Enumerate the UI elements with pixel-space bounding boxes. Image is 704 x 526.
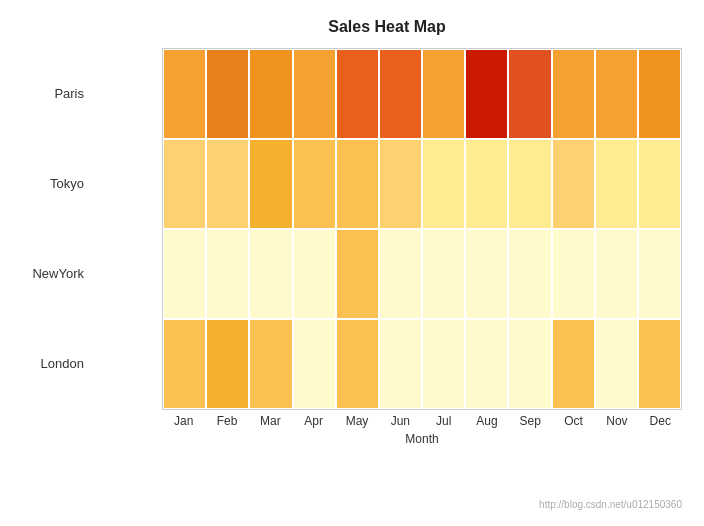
- heatmap-cell: [595, 229, 638, 319]
- heatmap-cell: [379, 229, 422, 319]
- col-label-aug: Aug: [465, 414, 508, 428]
- heatmap-cell: [336, 319, 379, 409]
- heatmap-cell: [293, 229, 336, 319]
- heatmap-cell: [422, 49, 465, 139]
- col-label-may: May: [335, 414, 378, 428]
- heatmap-cell: [206, 319, 249, 409]
- row-label-london: London: [22, 318, 92, 408]
- heatmap-cell: [163, 319, 206, 409]
- heatmap-cell: [336, 49, 379, 139]
- watermark: http://blog.csdn.net/u012150360: [539, 499, 682, 510]
- heatmap-cell: [249, 319, 292, 409]
- col-label-mar: Mar: [249, 414, 292, 428]
- heatmap-cell: [336, 229, 379, 319]
- chart-title: Sales Heat Map: [92, 18, 682, 36]
- x-axis-label: Month: [162, 432, 682, 446]
- heatmap-cell: [552, 319, 595, 409]
- heatmap-cell: [595, 319, 638, 409]
- heatmap-cell: [638, 319, 681, 409]
- heatmap-cell: [249, 229, 292, 319]
- col-label-apr: Apr: [292, 414, 335, 428]
- heatmap-cell: [249, 49, 292, 139]
- col-label-jul: Jul: [422, 414, 465, 428]
- heatmap-cell: [638, 49, 681, 139]
- heatmap-cell: [508, 49, 551, 139]
- heatmap-cell: [293, 49, 336, 139]
- heatmap-cell: [422, 229, 465, 319]
- heatmap-cell: [206, 49, 249, 139]
- heatmap-cell: [163, 139, 206, 229]
- row-label-newyork: NewYork: [22, 228, 92, 318]
- col-label-jan: Jan: [162, 414, 205, 428]
- column-labels: JanFebMarAprMayJunJulAugSepOctNovDec: [162, 414, 682, 428]
- heatmap-cell: [638, 139, 681, 229]
- heatmap-cell: [422, 139, 465, 229]
- heatmap-cell: [595, 49, 638, 139]
- heatmap-row: [163, 319, 681, 409]
- heatmap-cell: [552, 229, 595, 319]
- heatmap-cell: [508, 139, 551, 229]
- heatmap-cell: [508, 229, 551, 319]
- heatmap-row: [163, 139, 681, 229]
- heatmap-row: [163, 49, 681, 139]
- row-label-tokyo: Tokyo: [22, 138, 92, 228]
- heatmap-cell: [508, 319, 551, 409]
- heatmap-cell: [552, 49, 595, 139]
- heatmap-cell: [336, 139, 379, 229]
- heatmap-row: [163, 229, 681, 319]
- row-labels: ParisTokyoNewYorkLondon: [22, 48, 92, 446]
- chart-container: Sales Heat Map ParisTokyoNewYorkLondon J…: [12, 8, 692, 518]
- heatmap-cell: [206, 229, 249, 319]
- heatmap-cell: [293, 139, 336, 229]
- heatmap-cell: [379, 319, 422, 409]
- heatmap-cell: [422, 319, 465, 409]
- heatmap-cell: [379, 49, 422, 139]
- heatmap-cell: [465, 229, 508, 319]
- col-label-jun: Jun: [379, 414, 422, 428]
- heatmap-cell: [293, 319, 336, 409]
- col-label-oct: Oct: [552, 414, 595, 428]
- heatmap-area: [162, 48, 682, 410]
- heatmap-cell: [249, 139, 292, 229]
- heatmap-cell: [465, 49, 508, 139]
- heatmap-cell: [163, 49, 206, 139]
- heatmap-cell: [552, 139, 595, 229]
- heatmap-cell: [206, 139, 249, 229]
- col-label-dec: Dec: [639, 414, 682, 428]
- heatmap-cell: [638, 229, 681, 319]
- col-label-sep: Sep: [509, 414, 552, 428]
- heatmap-cell: [163, 229, 206, 319]
- heatmap-cell: [595, 139, 638, 229]
- row-label-paris: Paris: [22, 48, 92, 138]
- col-label-nov: Nov: [595, 414, 638, 428]
- heatmap-cell: [379, 139, 422, 229]
- heatmap-cell: [465, 139, 508, 229]
- heatmap-cell: [465, 319, 508, 409]
- col-label-feb: Feb: [205, 414, 248, 428]
